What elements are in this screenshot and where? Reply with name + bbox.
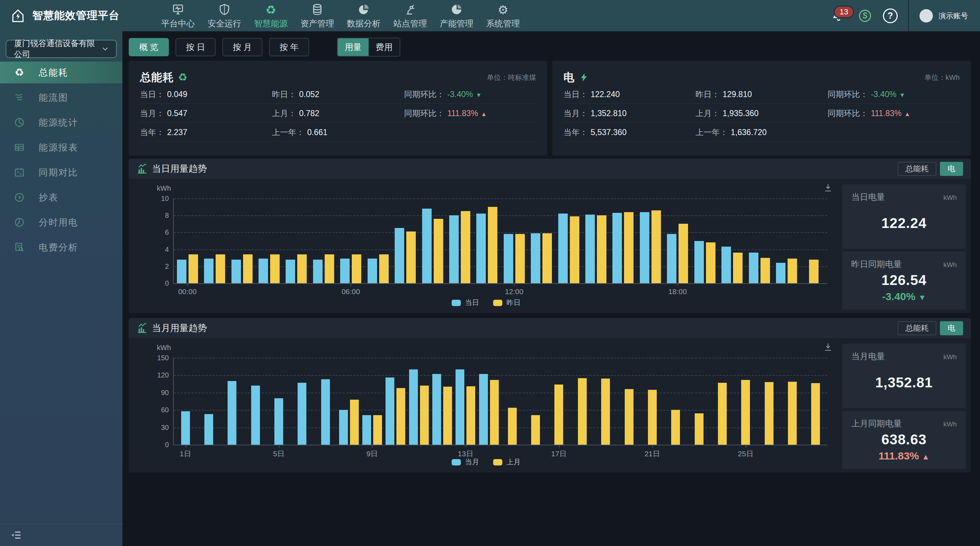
company-select[interactable]: 厦门锐谷通信设备有限公司	[6, 40, 117, 58]
bar-当月[interactable]	[251, 385, 260, 445]
bar-当日[interactable]	[286, 259, 295, 283]
help-button[interactable]: ?	[883, 8, 898, 23]
bar-当日[interactable]	[449, 215, 459, 283]
bar-昨日[interactable]	[542, 233, 552, 283]
bar-昨日[interactable]	[760, 258, 770, 283]
bar-当月[interactable]	[228, 381, 236, 445]
bar-当日[interactable]	[476, 213, 486, 283]
bar-当月[interactable]	[455, 369, 465, 445]
bar-上月[interactable]	[466, 386, 475, 445]
account-menu[interactable]: 演示账号	[920, 9, 968, 22]
bar-上月[interactable]	[811, 383, 820, 445]
bar-当日[interactable]	[721, 247, 731, 283]
bar-昨日[interactable]	[679, 224, 688, 283]
bar-上月[interactable]	[531, 415, 540, 445]
bar-上月[interactable]	[695, 413, 703, 445]
toggle-cost[interactable]: 费用	[369, 38, 399, 56]
bar-当月[interactable]	[385, 377, 395, 445]
bar-当日[interactable]	[776, 263, 786, 283]
bar-当月[interactable]	[339, 410, 348, 445]
toggle-usage[interactable]: 用量	[338, 38, 369, 56]
bar-上月[interactable]	[396, 388, 405, 445]
sidebar-item-energy-report[interactable]: 能源报表	[0, 137, 123, 158]
bar-昨日[interactable]	[597, 215, 606, 283]
tab-overview[interactable]: 概览	[129, 38, 169, 56]
bar-昨日[interactable]	[434, 219, 443, 283]
chart-type-electric-button[interactable]: 电	[940, 321, 963, 335]
nav-item-smart-energy[interactable]: ♻ 智慧能源	[254, 2, 288, 29]
bar-当日[interactable]	[640, 212, 649, 283]
bar-昨日[interactable]	[216, 254, 225, 283]
bar-当月[interactable]	[409, 369, 418, 445]
bar-当月[interactable]	[432, 374, 441, 445]
nav-item-capacity-management[interactable]: 产能管理	[440, 2, 474, 29]
bar-当日[interactable]	[558, 213, 568, 283]
legend-item-当日[interactable]: 当日	[452, 298, 479, 307]
bar-昨日[interactable]	[325, 254, 334, 283]
bar-上月[interactable]	[765, 382, 773, 445]
bar-上月[interactable]	[741, 380, 750, 445]
bar-当月[interactable]	[298, 383, 306, 445]
bar-当月[interactable]	[274, 398, 283, 445]
notifications-button[interactable]: 13	[832, 7, 847, 25]
bar-上月[interactable]	[508, 408, 517, 445]
nav-item-site-management[interactable]: 站点管理	[393, 2, 427, 29]
bar-昨日[interactable]	[243, 254, 253, 283]
tab-by-month[interactable]: 按月	[222, 38, 262, 56]
nav-item-safe-operation[interactable]: 安全运行	[208, 2, 241, 29]
bar-上月[interactable]	[490, 380, 499, 445]
bar-当日[interactable]	[531, 233, 540, 283]
sidebar-item-time-of-use[interactable]: 分时用电	[0, 212, 123, 233]
sidebar-item-total-energy[interactable]: ♻ 总能耗	[0, 62, 123, 83]
download-icon[interactable]	[823, 342, 833, 352]
bar-上月[interactable]	[625, 389, 633, 445]
tab-by-year[interactable]: 按年	[269, 38, 309, 56]
bar-上月[interactable]	[671, 410, 680, 445]
bar-当日[interactable]	[504, 234, 513, 283]
nav-item-data-analysis[interactable]: 数据分析	[347, 2, 380, 29]
bar-上月[interactable]	[554, 385, 563, 445]
bar-昨日[interactable]	[406, 231, 416, 283]
bar-昨日[interactable]	[270, 254, 280, 283]
bar-上月[interactable]	[788, 382, 797, 445]
bar-昨日[interactable]	[488, 207, 497, 283]
link-status-button[interactable]	[858, 8, 872, 23]
sidebar-item-energy-flow[interactable]: 能流图	[0, 86, 123, 108]
collapse-sidebar-button[interactable]	[11, 529, 22, 541]
chart-type-total-energy-button[interactable]: 总能耗	[898, 321, 936, 335]
bar-上月[interactable]	[350, 400, 359, 445]
bar-昨日[interactable]	[788, 259, 797, 283]
sidebar-item-meter-reading[interactable]: 抄表	[0, 186, 123, 208]
nav-item-system-management[interactable]: ⚙ 系统管理	[486, 2, 520, 29]
bar-当月[interactable]	[362, 415, 371, 445]
bar-昨日[interactable]	[297, 254, 307, 283]
bar-昨日[interactable]	[379, 254, 389, 283]
bar-昨日[interactable]	[189, 254, 198, 283]
bar-当月[interactable]	[204, 414, 213, 445]
bar-昨日[interactable]	[706, 242, 716, 283]
bar-当日[interactable]	[340, 259, 350, 283]
legend-item-上月[interactable]: 上月	[493, 457, 520, 467]
bar-当日[interactable]	[395, 228, 404, 283]
bar-昨日[interactable]	[570, 216, 579, 283]
bar-昨日[interactable]	[352, 254, 361, 283]
bar-当日[interactable]	[694, 241, 704, 283]
bar-昨日[interactable]	[651, 210, 661, 283]
bar-当日[interactable]	[204, 259, 213, 283]
bar-上月[interactable]	[601, 379, 610, 445]
download-icon[interactable]	[823, 183, 833, 193]
bar-昨日[interactable]	[515, 234, 525, 283]
bar-上月[interactable]	[420, 385, 429, 445]
bar-昨日[interactable]	[624, 212, 633, 283]
bar-当日[interactable]	[368, 259, 377, 283]
bar-昨日[interactable]	[733, 253, 743, 283]
bar-当日[interactable]	[313, 259, 323, 283]
bar-上月[interactable]	[373, 415, 382, 445]
bar-当日[interactable]	[422, 209, 432, 283]
bar-当月[interactable]	[479, 374, 488, 445]
bar-当月[interactable]	[181, 411, 190, 445]
bar-当月[interactable]	[321, 379, 330, 445]
tab-by-day[interactable]: 按日	[175, 38, 216, 56]
bar-当日[interactable]	[667, 234, 676, 283]
bar-昨日[interactable]	[809, 259, 819, 283]
